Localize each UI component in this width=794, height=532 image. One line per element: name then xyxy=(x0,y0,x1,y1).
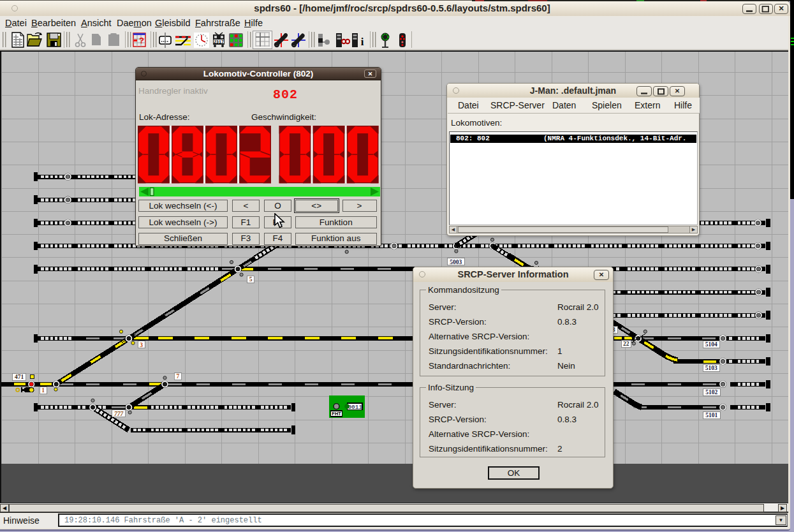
svg-text:777: 777 xyxy=(114,411,124,417)
svg-text:7: 7 xyxy=(176,373,179,380)
svg-text:5102: 5102 xyxy=(705,389,717,395)
svg-text:471: 471 xyxy=(15,374,24,380)
svg-text:5104: 5104 xyxy=(705,341,717,348)
svg-text:1: 1 xyxy=(41,387,45,394)
svg-text:5103: 5103 xyxy=(705,365,717,371)
svg-text:i: i xyxy=(361,36,364,48)
svg-text:0011: 0011 xyxy=(348,404,362,411)
svg-text:5: 5 xyxy=(249,276,253,283)
svg-text:22: 22 xyxy=(623,341,629,347)
svg-text:5003: 5003 xyxy=(450,259,462,265)
svg-text:5101: 5101 xyxy=(705,412,717,418)
svg-text:2317: 2317 xyxy=(214,40,224,45)
svg-text:FHT: FHT xyxy=(332,411,341,417)
svg-text:3: 3 xyxy=(140,342,143,348)
svg-text:?: ? xyxy=(139,36,144,45)
